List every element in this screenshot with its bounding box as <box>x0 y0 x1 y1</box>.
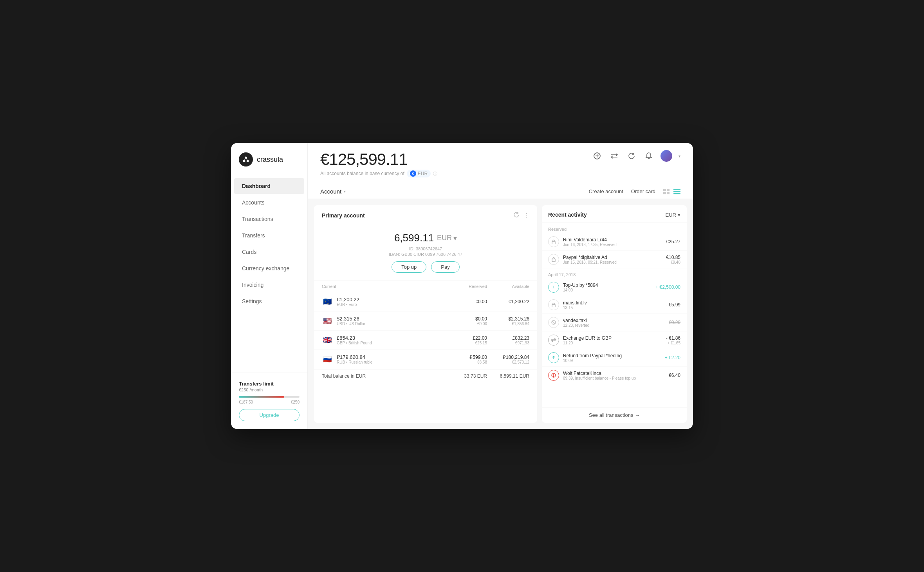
balance-amount: €125,599.11 <box>320 150 437 169</box>
activity-info: Rimi Valdemara Lr44 Jun 16, 2018, 17:35,… <box>563 237 662 247</box>
svg-rect-16 <box>552 241 555 244</box>
account-summary: 6,599.11 EUR ▾ ID: 38006742647 IBAN: GB3… <box>314 224 537 281</box>
sidebar-item-invoicing[interactable]: Invoicing <box>234 277 304 293</box>
flag-gbp: 🇬🇧 <box>322 335 333 346</box>
svg-line-4 <box>246 157 248 161</box>
activity-panel: Recent activity EUR ▾ Reserved Rim <box>542 205 687 423</box>
account-panel: Primary account ⋮ 6,599.11 EUR ▾ <box>314 205 537 423</box>
main-content: €125,599.11 All accounts balance in base… <box>308 143 693 429</box>
add-icon[interactable] <box>592 150 603 161</box>
account-selector[interactable]: Account ▾ <box>320 188 346 195</box>
transfer-icon[interactable] <box>609 150 620 161</box>
sidebar-item-currency-exchange[interactable]: Currency exchange <box>234 261 304 276</box>
list-item: yandex.taxi 12:23, reverted €0.20 <box>542 314 687 331</box>
list-item: Rimi Valdemara Lr44 Jun 16, 2018, 17:35,… <box>542 233 687 251</box>
svg-line-3 <box>244 157 246 161</box>
transfers-limit-label: Transfers limit <box>239 381 300 387</box>
progress-bar-fill <box>239 396 284 398</box>
order-card-link[interactable]: Order card <box>631 188 655 194</box>
activity-time: 10:09 <box>563 358 661 363</box>
eur-flag-icon: € <box>410 170 416 177</box>
avatar[interactable] <box>661 150 672 162</box>
currency-chevron-icon: ▾ <box>453 234 457 243</box>
account-selector-label: Account <box>320 188 341 195</box>
gbp-amount: £854.23 <box>337 335 372 341</box>
activity-name: Wolt FatcateKInca <box>563 371 665 376</box>
refresh-icon[interactable] <box>626 150 637 161</box>
activity-currency: EUR <box>666 212 676 218</box>
see-all-transactions[interactable]: See all transactions → <box>542 407 687 423</box>
table-row: 🇪🇺 €1,200.22 EUR • Euro €0.00 €1,200.22 <box>314 292 537 311</box>
svg-rect-17 <box>552 259 555 262</box>
rub-amount: ₽179,620.84 <box>337 354 372 360</box>
list-item: mans.lmt.lv 13:15 - €5.99 <box>542 296 687 314</box>
activity-time: 13:15 <box>563 306 662 310</box>
sidebar-item-dashboard[interactable]: Dashboard <box>234 178 304 194</box>
activity-time: Jun 16, 2018, 17:35, Reserved <box>563 243 662 247</box>
account-actions: Top up Pay <box>322 261 529 273</box>
lock-icon <box>548 236 559 247</box>
account-id: ID: 38006742647 <box>322 246 529 251</box>
balance-subtitle: All accounts balance in base currency of… <box>320 170 437 177</box>
balance-table: Current Reserved Available 🇪🇺 €1,200.22 … <box>314 281 537 423</box>
activity-name: Exchange EUR to GBP <box>563 335 662 341</box>
activity-info: mans.lmt.lv 13:15 <box>563 300 662 310</box>
eur-badge: € EUR <box>407 170 431 177</box>
usd-name: USD • US Dollar <box>337 322 365 326</box>
header-actions: ▾ <box>592 150 680 162</box>
create-account-link[interactable]: Create account <box>589 188 623 194</box>
sidebar-item-transfers[interactable]: Transfers <box>234 228 304 243</box>
grid-view-icon[interactable] <box>663 189 670 194</box>
usd-available: $2,315.26 €1,856.84 <box>490 316 529 326</box>
sidebar-item-settings[interactable]: Settings <box>234 293 304 309</box>
account-balance-amount: 6,599.11 <box>394 232 434 244</box>
activity-info: Paypal *digitalrive Ad Jun 15, 2018, 09:… <box>563 255 662 264</box>
table-row: 🇬🇧 £854.23 GBP • British Pound £22.00 €2… <box>314 331 537 350</box>
header: €125,599.11 All accounts balance in base… <box>308 143 693 184</box>
flag-rub: 🇷🇺 <box>322 354 333 365</box>
sidebar-item-accounts[interactable]: Accounts <box>234 195 304 210</box>
gbp-name: GBP • British Pound <box>337 341 372 345</box>
currency-info-gbp: 🇬🇧 £854.23 GBP • British Pound <box>322 335 453 346</box>
activity-amount: €6.40 <box>669 373 680 378</box>
bell-icon[interactable] <box>643 150 654 161</box>
footer-reserved: 33.73 EUR <box>456 373 487 379</box>
top-up-button[interactable]: Top up <box>392 261 426 273</box>
panel-header-actions: ⋮ <box>513 212 529 219</box>
upgrade-button[interactable]: Upgrade <box>239 409 300 421</box>
eur-selector[interactable]: EUR ▾ <box>666 212 680 218</box>
activity-amount: - €1.86 <box>666 335 680 341</box>
balance-decimal: 11 <box>390 150 408 168</box>
sidebar-bottom: Transfers limit €250 /month €187.50 €250… <box>231 373 307 429</box>
usd-reserved: $0.00 €0.00 <box>456 316 487 326</box>
sidebar-item-cards[interactable]: Cards <box>234 244 304 260</box>
panel-refresh-icon[interactable] <box>513 212 520 219</box>
sidebar: crassula Dashboard Accounts Transactions… <box>231 143 308 429</box>
rub-available: ₽180,219.84 €2,570.12 <box>490 355 529 364</box>
pay-button[interactable]: Pay <box>431 261 459 273</box>
currency-info-rub: 🇷🇺 ₽179,620.84 RUB • Russian ruble <box>322 354 453 365</box>
svg-rect-10 <box>667 189 670 191</box>
flag-eur: 🇪🇺 <box>322 296 333 307</box>
toolbar-right: Create account Order card <box>589 188 680 194</box>
chevron-down-icon[interactable]: ▾ <box>679 154 680 158</box>
eur-reserved: €0.00 <box>456 299 487 304</box>
list-view-icon[interactable] <box>673 189 680 194</box>
currency-selector[interactable]: EUR ▾ <box>437 234 457 243</box>
progress-total: €250 <box>291 400 300 404</box>
sidebar-item-transactions[interactable]: Transactions <box>234 211 304 227</box>
activity-info: Exchange EUR to GBP 11:20 <box>563 335 662 345</box>
activity-title: Recent activity <box>548 212 587 218</box>
svg-rect-12 <box>667 192 670 194</box>
panel-header: Primary account ⋮ <box>314 205 537 224</box>
activity-amount: + €2,500.00 <box>655 284 680 290</box>
account-balance: 6,599.11 EUR ▾ <box>322 232 529 244</box>
col-reserved: Reserved <box>456 284 487 289</box>
table-row: 🇺🇸 $2,315.26 USD • US Dollar $0.00 €0.00… <box>314 311 537 331</box>
account-iban: IBAN: GB30 CIUR 0099 7606 7426 47 <box>322 252 529 257</box>
list-item: Wolt FatcateKInca 09:39, Insufficient ba… <box>542 367 687 384</box>
section-reserved: Reserved <box>542 223 687 233</box>
panel-more-icon[interactable]: ⋮ <box>523 212 529 219</box>
activity-time: 14:00 <box>563 288 651 292</box>
activity-name: Top-Up by *5894 <box>563 282 651 288</box>
